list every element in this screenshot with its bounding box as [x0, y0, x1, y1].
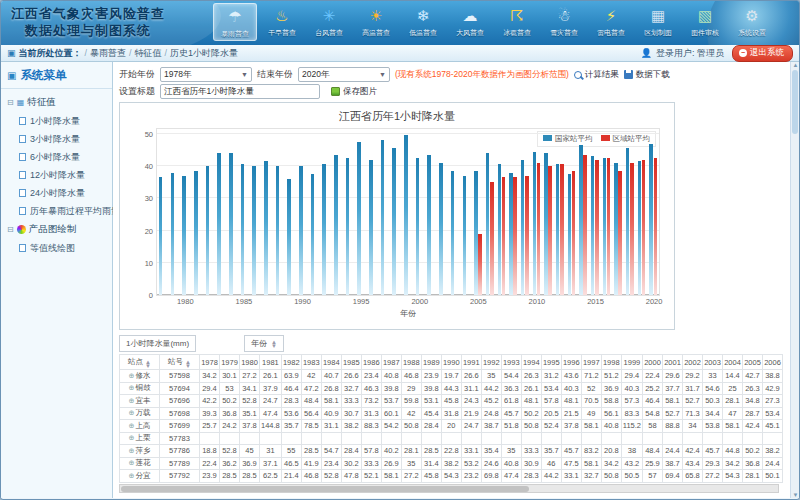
- year-column-1990[interactable]: 1990: [441, 355, 461, 370]
- calculate-button[interactable]: 计算结果: [574, 69, 619, 81]
- year-column-1993[interactable]: 1993: [501, 355, 521, 370]
- year-column-1986[interactable]: 1986: [361, 355, 381, 370]
- toolbar-item-10[interactable]: ▦区划制图: [636, 3, 680, 41]
- year-column-1991[interactable]: 1991: [461, 355, 481, 370]
- toolbar-item-3[interactable]: ✳台风普查: [307, 3, 351, 41]
- year-column-2005[interactable]: 2005: [743, 355, 763, 370]
- year-column-1992[interactable]: 1992: [481, 355, 501, 370]
- logout-button[interactable]: − 退出系统: [732, 45, 793, 62]
- breadcrumb-segment-3[interactable]: 历史1小时降水量: [170, 48, 238, 58]
- year-column-2000[interactable]: 2000: [643, 355, 663, 370]
- chart-title-input[interactable]: 江西省历年1小时降水量: [160, 84, 320, 99]
- value-cell: 42.4: [743, 420, 763, 433]
- sidebar-item-产品图绘制-1[interactable]: 等值线绘图: [3, 239, 110, 257]
- year-column-1988[interactable]: 1988: [401, 355, 421, 370]
- station-name[interactable]: ⊕宜丰: [120, 395, 160, 408]
- sidebar-item-特征值-2[interactable]: 3小时降水量: [3, 130, 110, 148]
- year-column-1996[interactable]: 1996: [561, 355, 581, 370]
- year-column-2004[interactable]: 2004: [723, 355, 743, 370]
- table-row[interactable]: ⊕修水5759834.230.127.226.163.94240.726.623…: [120, 370, 783, 383]
- year-column-1981[interactable]: 1981: [260, 355, 282, 370]
- station-name[interactable]: ⊕上高: [120, 420, 160, 433]
- value-cell: 40.8: [601, 420, 621, 433]
- toolbar-item-6[interactable]: ☁大风普查: [448, 3, 492, 41]
- year-column-1984[interactable]: 1984: [321, 355, 341, 370]
- end-year-select[interactable]: 2020年▼: [298, 67, 390, 82]
- value-cell: 34.1: [240, 382, 260, 395]
- year-sort-header[interactable]: 年份 ▲▼: [244, 335, 284, 352]
- start-year-select[interactable]: 1978年▼: [160, 67, 252, 82]
- year-column-2006[interactable]: 2006: [763, 355, 783, 370]
- expander-icon[interactable]: ⊟: [7, 98, 14, 107]
- scroll-up-icon[interactable]: ▲: [791, 62, 799, 68]
- year-column-1995[interactable]: 1995: [541, 355, 561, 370]
- toolbar-item-4[interactable]: ☀高温普查: [354, 3, 398, 41]
- year-column-1998[interactable]: 1998: [601, 355, 621, 370]
- year-column-1980[interactable]: 1980: [240, 355, 260, 370]
- scroll-down-icon[interactable]: ▼: [791, 492, 799, 498]
- sidebar-item-特征值-1[interactable]: 1小时降水量: [3, 112, 110, 130]
- table-row[interactable]: ⊕分宜5779223.928.528.562.521.446.852.847.8…: [120, 470, 783, 483]
- year-column-2001[interactable]: 2001: [663, 355, 683, 370]
- toolbar-item-11[interactable]: ▧图件审核: [683, 3, 727, 41]
- table-horizontal-scrollbar[interactable]: [119, 484, 779, 493]
- table-row[interactable]: ⊕上高5769925.724.237.8144.835.778.531.138.…: [120, 420, 783, 433]
- table-row[interactable]: ⊕上栗57783: [120, 432, 783, 445]
- toolbar-item-7[interactable]: ☈冰雹普查: [495, 3, 539, 41]
- year-column-1999[interactable]: 1999: [621, 355, 642, 370]
- year-column-1982[interactable]: 1982: [281, 355, 301, 370]
- value-cell: 58.1: [723, 420, 743, 433]
- station-name[interactable]: ⊕万载: [120, 407, 160, 420]
- scrollbar-thumb[interactable]: [121, 486, 529, 492]
- table-row[interactable]: ⊕萍乡5778618.852.845315528.554.728.457.840…: [120, 445, 783, 458]
- toolbar-item-2[interactable]: ♨干旱普查: [260, 3, 304, 41]
- main-vertical-scrollbar[interactable]: ▲ ▼: [790, 62, 799, 498]
- toolbar-item-12[interactable]: ⚙系统设置: [730, 3, 774, 41]
- breadcrumb-segment-1[interactable]: 暴雨普查: [90, 48, 126, 58]
- expander-icon[interactable]: ⊟: [7, 225, 14, 234]
- station-name[interactable]: ⊕萍乡: [120, 445, 160, 458]
- sidebar-group-1[interactable]: ⊟▦特征值: [3, 93, 110, 112]
- sidebar-item-特征值-4[interactable]: 12小时降水量: [3, 166, 110, 184]
- save-image-button[interactable]: 保存图片: [331, 86, 377, 98]
- value-cell: 28.7: [743, 407, 763, 420]
- year-column-2002[interactable]: 2002: [683, 355, 703, 370]
- sidebar-item-特征值-5[interactable]: 24小时降水量: [3, 184, 110, 202]
- toolbar-item-8[interactable]: ☃雪灾普查: [542, 3, 586, 41]
- location-icon: ▣: [7, 48, 16, 58]
- document-icon: [19, 207, 26, 215]
- value-cell: 47.2: [301, 382, 321, 395]
- scrollbar-thumb[interactable]: [792, 70, 798, 134]
- station-column-header[interactable]: 站点 ▲▼: [120, 355, 160, 370]
- value-cell: 53.8: [703, 420, 723, 433]
- sidebar-group-2[interactable]: ⊟产品图绘制: [3, 220, 110, 239]
- sidebar-item-特征值-3[interactable]: 6小时降水量: [3, 148, 110, 166]
- year-column-1987[interactable]: 1987: [381, 355, 401, 370]
- station-id-column-header[interactable]: 站号 ▲▼: [160, 355, 200, 370]
- table-row[interactable]: ⊕莲花5778922.436.236.937.146.541.923.430.2…: [120, 457, 783, 470]
- station-name[interactable]: ⊕修水: [120, 370, 160, 383]
- toolbar-item-9[interactable]: ⚡雷电普查: [589, 3, 633, 41]
- value-cell: 36.8: [220, 407, 240, 420]
- value-cell: [643, 432, 663, 445]
- station-name[interactable]: ⊕莲花: [120, 457, 160, 470]
- table-row[interactable]: ⊕宜丰5769642.250.252.824.728.348.458.133.3…: [120, 395, 783, 408]
- sidebar-item-特征值-6[interactable]: 历年暴雨过程平均雨量: [3, 202, 110, 220]
- breadcrumb-segment-2[interactable]: 特征值: [135, 48, 162, 58]
- table-row[interactable]: ⊕万载5769839.336.835.147.453.656.440.930.7…: [120, 407, 783, 420]
- station-name[interactable]: ⊕上栗: [120, 432, 160, 445]
- year-column-1983[interactable]: 1983: [301, 355, 321, 370]
- table-row[interactable]: ⊕铜鼓5769429.45334.137.946.447.226.832.746…: [120, 382, 783, 395]
- year-column-1994[interactable]: 1994: [521, 355, 541, 370]
- year-column-1979[interactable]: 1979: [220, 355, 240, 370]
- year-column-1989[interactable]: 1989: [421, 355, 441, 370]
- year-column-1978[interactable]: 1978: [200, 355, 220, 370]
- station-name[interactable]: ⊕铜鼓: [120, 382, 160, 395]
- toolbar-item-1[interactable]: ☂暴雨普查: [213, 3, 257, 41]
- year-column-1997[interactable]: 1997: [581, 355, 601, 370]
- toolbar-item-5[interactable]: ❄低温普查: [401, 3, 445, 41]
- year-column-1985[interactable]: 1985: [341, 355, 361, 370]
- year-column-2003[interactable]: 2003: [703, 355, 723, 370]
- download-button[interactable]: 数据下载: [624, 69, 670, 81]
- station-name[interactable]: ⊕分宜: [120, 470, 160, 483]
